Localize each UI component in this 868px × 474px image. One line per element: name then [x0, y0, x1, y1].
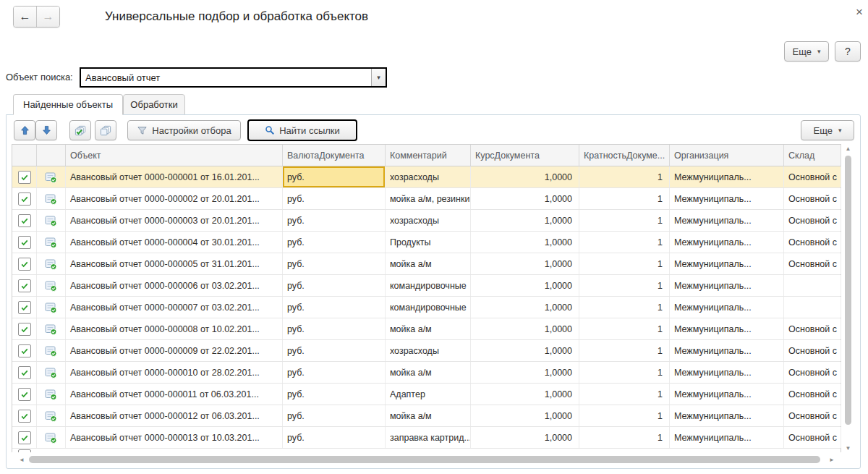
cell-mult[interactable]: 1 [579, 427, 670, 448]
cell-wh[interactable]: Основной с [784, 210, 841, 231]
cell-object[interactable]: Авансовый отчет 0000-000001 от 16.01.201… [66, 166, 283, 187]
more-button-grid[interactable]: Еще ▾ [801, 120, 854, 140]
cell-rate[interactable]: 1,0000 [471, 362, 579, 383]
cell-wh[interactable]: Основной с [784, 405, 841, 426]
cell-currency[interactable]: руб. [283, 188, 386, 209]
column-header-mult[interactable]: КратностьДокуме... [579, 145, 670, 166]
cell-currency[interactable]: руб. [283, 297, 386, 318]
help-button[interactable]: ? [835, 41, 861, 62]
cell-org[interactable]: Межмуниципаль... [670, 362, 784, 383]
cell-wh[interactable]: Основной с [784, 362, 841, 383]
cell-comment[interactable]: мойка а/м [386, 253, 471, 274]
cell-currency[interactable]: руб. [283, 340, 386, 361]
cell-object[interactable]: Авансовый отчет 0000-000002 от 20.01.201… [66, 188, 283, 209]
cell-object[interactable]: Авансовый отчет 0000-000013 от 10.03.201… [66, 427, 283, 448]
cell-rate[interactable]: 1,0000 [471, 340, 579, 361]
cell-comment[interactable]: мойка а/м [386, 405, 471, 426]
cell-org[interactable]: Межмуниципаль... [670, 188, 784, 209]
cell-object[interactable]: Авансовый отчет 0000-000009 от 22.02.201… [66, 340, 283, 361]
cell-org[interactable]: Межмуниципаль... [670, 232, 784, 253]
tab-found-objects[interactable]: Найденные объекты [13, 94, 123, 115]
row-checkbox[interactable] [18, 192, 31, 206]
cell-comment[interactable]: хозрасходы [386, 210, 471, 231]
cell-org[interactable]: Межмуниципаль... [670, 340, 784, 361]
cell-mult[interactable]: 1 [579, 297, 670, 318]
cell-object[interactable]: Авансовый отчет 0000-000007 от 03.02.201… [66, 297, 283, 318]
cell-org[interactable]: Межмуниципаль... [670, 210, 784, 231]
cell-rate[interactable]: 1,0000 [471, 210, 579, 231]
cell-currency[interactable]: руб. [283, 427, 386, 448]
table-row[interactable]: Авансовый отчет 0000-000011 от 06.03.201… [12, 384, 841, 405]
column-header-comment[interactable]: Комментарий [386, 145, 471, 166]
combobox-dropdown-button[interactable]: ▾ [371, 69, 386, 86]
cell-mult[interactable]: 1 [579, 210, 670, 231]
cell-rate[interactable]: 1,0000 [471, 188, 579, 209]
cell-object[interactable]: Авансовый отчет 0000-000011 от 06.03.201… [66, 384, 283, 405]
cell-mult[interactable]: 1 [579, 253, 670, 274]
cell-object[interactable]: Авансовый отчет 0000-000010 от 28.02.201… [66, 362, 283, 383]
cell-object[interactable]: Авансовый отчет 0000-000004 от 30.01.201… [66, 232, 283, 253]
back-arrow-icon[interactable]: ← [14, 7, 37, 27]
scroll-right-icon[interactable]: ► [827, 455, 836, 464]
cell-org[interactable]: Межмуниципаль... [670, 318, 784, 339]
table-row[interactable]: Авансовый отчет 0000-000005 от 31.01.201… [12, 253, 841, 275]
cell-comment[interactable]: мойка а/м [386, 318, 471, 339]
cell-wh[interactable]: Основной с [784, 384, 841, 405]
cell-rate[interactable]: 1,0000 [471, 232, 579, 253]
table-row[interactable]: Авансовый отчет 0000-000012 от 06.03.201… [12, 405, 841, 427]
cell-object[interactable]: Авансовый отчет 0000-000005 от 31.01.201… [66, 253, 283, 274]
cell-wh[interactable] [784, 275, 841, 296]
scroll-up-icon[interactable]: ▲ [843, 144, 853, 153]
vertical-scrollbar-thumb[interactable] [845, 156, 851, 425]
row-checkbox[interactable] [18, 323, 31, 336]
search-object-input[interactable] [81, 69, 371, 86]
move-down-button[interactable] [35, 120, 57, 140]
row-checkbox[interactable] [18, 258, 31, 271]
table-row[interactable]: Авансовый отчет 0000-000002 от 20.01.201… [12, 188, 841, 210]
cell-comment[interactable]: мойка а/м, резинки [386, 188, 471, 209]
cell-currency[interactable]: руб. [283, 253, 386, 274]
table-row[interactable]: Авансовый отчет 0000-000009 от 22.02.201… [12, 340, 841, 362]
cell-rate[interactable]: 1,0000 [471, 166, 579, 187]
cell-rate[interactable]: 1,0000 [471, 405, 579, 426]
table-row[interactable]: Авансовый отчет 0000-000013 от 10.03.201… [12, 427, 841, 449]
cell-org[interactable]: Межмуниципаль... [670, 297, 784, 318]
row-checkbox[interactable] [18, 366, 31, 379]
cell-org[interactable]: Межмуниципаль... [670, 166, 784, 187]
cell-wh[interactable]: Основной с [784, 318, 841, 339]
cell-mult[interactable]: 1 [579, 275, 670, 296]
cell-org[interactable]: Межмуниципаль... [670, 384, 784, 405]
row-checkbox[interactable] [18, 410, 31, 423]
cell-comment[interactable]: Адаптер [386, 384, 471, 405]
cell-comment[interactable]: мойка а/м [386, 362, 471, 383]
cell-wh[interactable]: Основной с [784, 232, 841, 253]
cell-rate[interactable]: 1,0000 [471, 318, 579, 339]
cell-comment[interactable]: хозрасходы [386, 166, 471, 187]
cell-mult[interactable]: 1 [579, 318, 670, 339]
cell-mult[interactable]: 1 [579, 362, 670, 383]
cell-rate[interactable]: 1,0000 [471, 275, 579, 296]
find-links-button[interactable]: Найти ссылки [247, 119, 357, 141]
cell-comment[interactable]: Продукты [386, 232, 471, 253]
cell-rate[interactable]: 1,0000 [471, 384, 579, 405]
horizontal-scrollbar-thumb[interactable] [29, 456, 820, 463]
cell-currency[interactable]: руб. [283, 362, 386, 383]
table-row[interactable]: Авансовый отчет 0000-000010 от 28.02.201… [12, 362, 841, 384]
cell-currency[interactable]: руб. [283, 232, 386, 253]
tab-processors[interactable]: Обработки [123, 94, 185, 115]
cell-object[interactable]: Авансовый отчет 0000-000006 от 03.02.201… [66, 275, 283, 296]
cell-org[interactable]: Межмуниципаль... [670, 405, 784, 426]
cell-currency[interactable]: руб. [283, 384, 386, 405]
cell-currency[interactable]: руб. [283, 210, 386, 231]
check-all-button[interactable] [69, 120, 91, 140]
cell-comment[interactable]: командировочные [386, 275, 471, 296]
row-checkbox[interactable] [18, 449, 31, 452]
row-checkbox[interactable] [18, 431, 31, 444]
row-checkbox[interactable] [18, 214, 31, 227]
cell-wh[interactable]: Основной с [784, 188, 841, 209]
cell-object[interactable]: Авансовый отчет 0000-000003 от 20.01.201… [66, 210, 283, 231]
cell-rate[interactable]: 1,0000 [471, 297, 579, 318]
row-checkbox[interactable] [18, 171, 31, 184]
forward-arrow-icon[interactable]: → [37, 7, 59, 27]
cell-mult[interactable]: 1 [579, 384, 670, 405]
